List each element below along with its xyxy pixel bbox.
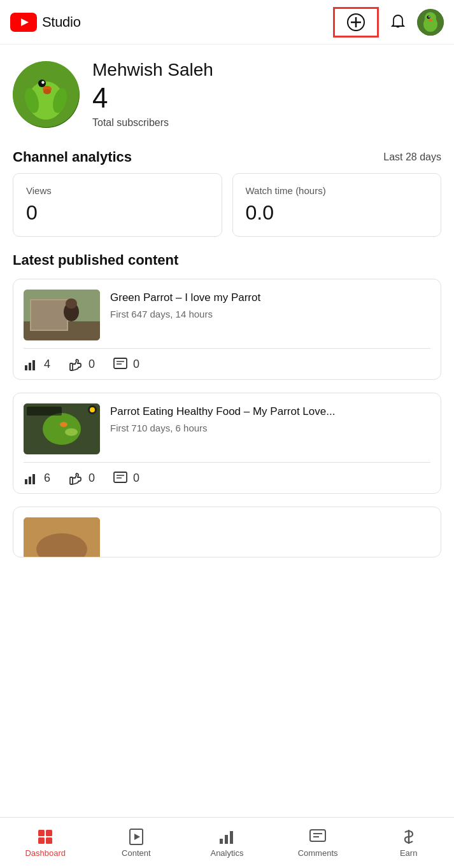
content-card-2[interactable]: Parrot Eating Healthy Food – My Parrot L… [13, 393, 441, 494]
svg-marker-55 [134, 834, 140, 840]
nav-dashboard-label: Dashboard [25, 848, 66, 858]
svg-rect-44 [32, 474, 35, 484]
content-card-1[interactable]: Green Parrot – I love my Parrot First 64… [13, 279, 441, 380]
svg-rect-41 [27, 407, 62, 416]
svg-rect-23 [31, 300, 67, 330]
content-thumbnail-1 [24, 290, 100, 340]
nav-analytics[interactable]: Analytics [181, 818, 273, 868]
latest-content-title: Latest published content [13, 252, 441, 269]
likes-stat-2: 0 [68, 470, 95, 486]
views-stat-1: 4 [24, 356, 50, 372]
svg-rect-57 [225, 835, 228, 844]
views-card: Views 0 [13, 173, 222, 237]
likes-count-1: 0 [89, 358, 95, 371]
comments-stat-1: 0 [113, 356, 139, 372]
studio-label: Studio [42, 14, 81, 31]
watch-time-card: Watch time (hours) 0.0 [232, 173, 442, 237]
svg-rect-50 [38, 830, 45, 836]
content-icon [127, 828, 145, 846]
views-bar-icon [24, 356, 39, 372]
content-date-1: First 647 days, 14 hours [110, 309, 260, 319]
bottom-navigation: Dashboard Content Analytics Comments E [0, 817, 454, 868]
avatar-image [417, 9, 444, 36]
svg-point-40 [90, 407, 95, 412]
thumbnail-2-image [24, 403, 100, 454]
svg-point-15 [41, 81, 44, 83]
views-count-2: 6 [44, 472, 50, 485]
comments-icon-1 [113, 356, 128, 372]
comments-count-1: 0 [133, 358, 139, 371]
svg-rect-58 [230, 831, 233, 844]
content-title-2: Parrot Eating Healthy Food – My Parrot L… [110, 405, 335, 419]
analytics-title: Channel analytics [13, 149, 132, 165]
nav-dashboard[interactable]: Dashboard [0, 818, 91, 868]
likes-stat-1: 0 [68, 356, 95, 372]
youtube-logo-icon [10, 13, 37, 32]
nav-comments[interactable]: Comments [273, 818, 364, 868]
svg-rect-29 [114, 358, 127, 368]
create-button[interactable] [333, 7, 379, 38]
svg-point-17 [43, 89, 51, 94]
subscriber-count: 4 [92, 83, 213, 113]
content-date-2: First 710 days, 6 hours [110, 423, 335, 433]
svg-rect-42 [25, 479, 27, 484]
content-card-2-top: Parrot Eating Healthy Food – My Parrot L… [13, 393, 441, 462]
user-avatar[interactable] [417, 9, 444, 36]
svg-rect-43 [29, 477, 31, 484]
content-title-1: Green Parrot – I love my Parrot [110, 291, 260, 305]
svg-rect-56 [220, 839, 223, 844]
svg-point-37 [60, 422, 67, 427]
content-thumbnail-3 [24, 517, 100, 557]
avatar-parrot-icon [417, 9, 444, 36]
subscriber-label: Total subscribers [92, 117, 213, 129]
comments-icon-2 [113, 470, 128, 486]
nav-analytics-label: Analytics [210, 848, 243, 858]
content-meta-2: Parrot Eating Healthy Food – My Parrot L… [110, 403, 335, 433]
svg-point-7 [425, 12, 436, 24]
analytics-icon [218, 828, 236, 846]
nav-content[interactable]: Content [91, 818, 182, 868]
svg-point-38 [65, 428, 78, 436]
content-stats-1: 4 0 0 [13, 349, 441, 379]
views-count-1: 4 [44, 358, 50, 371]
channel-avatar-image [13, 61, 80, 128]
likes-thumb-icon [68, 356, 83, 372]
likes-thumb-icon-2 [68, 470, 83, 486]
content-card-3-top [13, 507, 441, 557]
channel-avatar[interactable] [13, 61, 80, 128]
comments-stat-2: 0 [113, 470, 139, 486]
views-bar-icon-2 [24, 470, 39, 486]
profile-section: Mehwish Saleh 4 Total subscribers [0, 45, 454, 139]
comments-count-2: 0 [133, 472, 139, 485]
app-header: Studio [0, 0, 454, 45]
svg-rect-45 [114, 472, 127, 482]
analytics-cards: Views 0 Watch time (hours) 0.0 [0, 173, 454, 252]
logo-area: Studio [10, 13, 333, 32]
svg-point-25 [66, 298, 77, 309]
views-stat-2: 6 [24, 470, 50, 486]
svg-rect-59 [310, 830, 325, 841]
content-card-3[interactable] [13, 507, 441, 557]
channel-name: Mehwish Saleh [92, 60, 213, 80]
watch-time-value: 0.0 [246, 201, 429, 225]
thumbnail-3-image [24, 517, 100, 557]
date-range: Last 28 days [383, 151, 441, 163]
views-label: Views [26, 185, 209, 196]
thumbnail-1-image [24, 290, 100, 340]
likes-count-2: 0 [89, 472, 95, 485]
views-value: 0 [26, 201, 209, 225]
nav-content-label: Content [122, 848, 151, 858]
content-thumbnail-2 [24, 403, 100, 454]
nav-earn-label: Earn [400, 848, 417, 858]
channel-info: Mehwish Saleh 4 Total subscribers [92, 60, 213, 129]
notification-bell-icon[interactable] [389, 13, 407, 31]
svg-rect-26 [25, 365, 27, 370]
svg-point-33 [43, 413, 81, 445]
nav-earn[interactable]: Earn [363, 818, 454, 868]
dashboard-icon [36, 828, 54, 846]
latest-content-section: Latest published content Green Parrot – … [0, 252, 454, 557]
nav-comments-label: Comments [298, 848, 338, 858]
svg-rect-52 [38, 837, 45, 844]
svg-rect-51 [46, 830, 52, 836]
svg-rect-27 [29, 363, 31, 370]
